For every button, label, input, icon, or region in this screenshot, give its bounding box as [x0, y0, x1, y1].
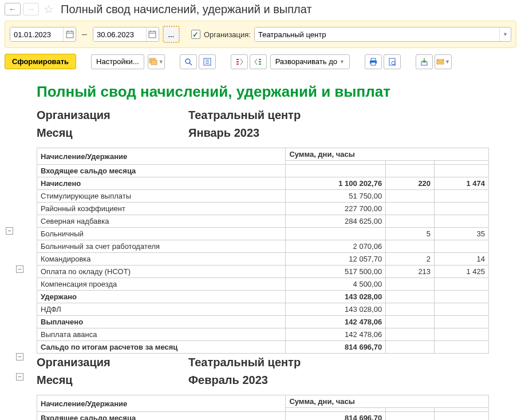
favorite-star-icon[interactable]: ☆ — [44, 2, 54, 16]
org-select[interactable]: ▼ — [254, 27, 511, 42]
date-to-field[interactable] — [93, 27, 159, 42]
period-select-button[interactable]: ... — [163, 26, 180, 43]
expand-to-button[interactable]: Разворачивать до ▼ — [270, 54, 350, 69]
expand-groups-button[interactable] — [199, 54, 216, 69]
report-title: Полный свод начислений, удержаний и выпл… — [37, 75, 516, 106]
date-to-calendar-icon[interactable] — [146, 27, 159, 41]
org-dropdown-icon[interactable]: ▼ — [499, 27, 511, 41]
table-row[interactable]: Сальдо по итогам расчетов за месяц814 69… — [37, 341, 489, 354]
date-from-field[interactable] — [10, 27, 76, 42]
section-org-row: ОрганизацияТеатральный центр — [37, 106, 516, 124]
expand-level-button[interactable] — [250, 54, 267, 69]
table-row[interactable]: Выплата аванса142 478,06 — [37, 328, 489, 341]
submit-button[interactable]: Сформировать — [5, 54, 76, 69]
table-row[interactable]: Удержано143 028,00 — [37, 291, 489, 303]
date-to-input[interactable] — [93, 27, 146, 41]
svg-rect-9 — [151, 60, 157, 65]
send-button[interactable]: ▼ — [435, 54, 452, 69]
toolbar: Сформировать Настройки... ▼ Разворачиват… — [0, 50, 521, 75]
table-row[interactable]: Входящее сальдо месяца814 696,70 — [37, 412, 489, 421]
section-month-row: МесяцЯнварь 2023 — [37, 124, 516, 142]
settings-button[interactable]: Настройки... — [91, 54, 144, 69]
date-from-input[interactable] — [10, 27, 63, 41]
org-label: Организация: — [204, 30, 251, 39]
org-filter-checkbox[interactable]: ✓ Организация: — [191, 30, 251, 39]
svg-line-11 — [190, 63, 192, 65]
report-area: − − − − − Полный свод начислений, удержа… — [0, 75, 521, 420]
svg-rect-4 — [149, 31, 156, 38]
page-title: Полный свод начислений, удержаний и выпл… — [61, 3, 312, 16]
find-button[interactable] — [180, 54, 197, 69]
table-row[interactable]: Входящее сальдо месяца — [37, 165, 489, 177]
titlebar: ← → ☆ Полный свод начислений, удержаний … — [0, 0, 521, 18]
tree-toggle[interactable]: − — [16, 353, 23, 360]
collapse-level-button[interactable] — [231, 54, 248, 69]
table-row[interactable]: Северная надбавка284 625,00 — [37, 215, 489, 228]
table-row[interactable]: Районный коэффициент227 700,00 — [37, 203, 489, 215]
section-month-row: МесяцФевраль 2023 — [37, 371, 516, 389]
date-from-calendar-icon[interactable] — [63, 27, 76, 41]
svg-point-10 — [185, 59, 190, 64]
date-range-dash: – — [80, 29, 89, 39]
data-table: Начисление/УдержаниеСумма, дни, часыВход… — [37, 148, 489, 354]
tree-toggle[interactable]: − — [6, 227, 13, 235]
table-row[interactable]: Стимулирующие выплаты51 750,00 — [37, 190, 489, 203]
table-row[interactable]: Больничный535 — [37, 228, 489, 240]
tree-toggle[interactable]: − — [16, 266, 23, 273]
org-input[interactable] — [255, 27, 499, 41]
table-row[interactable]: Выплачено142 478,06 — [37, 316, 489, 328]
table-row[interactable]: НДФЛ143 028,00 — [37, 303, 489, 316]
nav-back-button[interactable]: ← — [5, 3, 21, 15]
nav-forward-button[interactable]: → — [23, 3, 39, 15]
svg-rect-24 — [371, 62, 376, 65]
table-row[interactable]: Оплата по окладу (НСОТ)517 500,002131 42… — [37, 266, 489, 278]
svg-rect-22 — [371, 58, 376, 61]
print-preview-button[interactable] — [384, 54, 401, 69]
table-row[interactable]: Командировка12 057,70214 — [37, 253, 489, 266]
section-org-row: ОрганизацияТеатральный центр — [37, 354, 516, 371]
save-button[interactable] — [416, 54, 433, 69]
table-row[interactable]: Начислено1 100 202,762201 474 — [37, 177, 489, 190]
table-row[interactable]: Больничный за счет работодателя2 070,06 — [37, 240, 489, 253]
params-bar: – ... ✓ Организация: ▼ — [5, 21, 516, 48]
settings-variants-button[interactable]: ▼ — [148, 54, 165, 69]
table-row[interactable]: Компенсация проезда4 500,00 — [37, 278, 489, 291]
svg-rect-0 — [66, 31, 73, 38]
check-icon: ✓ — [191, 30, 200, 39]
print-button[interactable] — [365, 54, 382, 69]
data-table: Начисление/УдержаниеСумма, дни, часыВход… — [37, 395, 489, 420]
tree-toggle[interactable]: − — [16, 373, 23, 381]
